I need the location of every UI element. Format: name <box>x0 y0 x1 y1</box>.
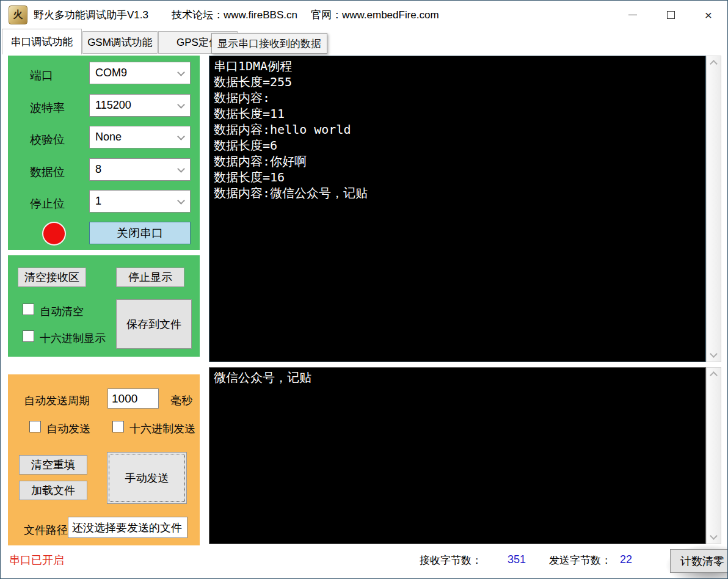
tab-strip: 串口调试功能 GSM调试功能 GPS定位 <box>1 29 727 54</box>
receive-scrollbar[interactable] <box>706 56 721 362</box>
chevron-down-icon <box>177 68 185 76</box>
tab-gsm-debug[interactable]: GSM调试功能 <box>82 31 158 54</box>
close-button[interactable]: × <box>690 1 727 29</box>
receive-controls-panel: 清空接收区 停止显示 自动清空 十六进制显示 保存到文件 <box>8 255 200 357</box>
stop-display-button[interactable]: 停止显示 <box>116 268 184 287</box>
parity-label: 校验位 <box>30 132 65 148</box>
app-window: 火 野火多功能调试助手V1.3 技术论坛：www.fireBBS.cn 官网：w… <box>0 0 728 579</box>
baudrate-label: 波特率 <box>30 100 65 116</box>
file-path-label: 文件路径 <box>24 523 68 537</box>
send-textarea[interactable]: 微信公众号，记贴 <box>209 367 706 544</box>
close-icon: × <box>705 9 712 21</box>
minimize-icon <box>628 15 637 15</box>
auto-send-checkbox[interactable] <box>29 421 41 432</box>
hex-display-label: 十六进制显示 <box>40 331 106 346</box>
scroll-down-icon[interactable] <box>710 532 718 540</box>
hex-display-checkbox[interactable] <box>23 330 34 342</box>
rx-bytes-count: 351 <box>508 553 526 566</box>
save-to-file-button[interactable]: 保存到文件 <box>116 299 192 349</box>
forum-link: 技术论坛：www.fireBBS.cn <box>172 8 297 22</box>
port-select[interactable]: COM9 <box>89 62 191 84</box>
tab-serial-debug[interactable]: 串口调试功能 <box>2 29 82 54</box>
parity-select[interactable]: None <box>89 126 191 148</box>
clear-refill-button[interactable]: 清空重填 <box>19 455 87 475</box>
window-title: 野火多功能调试助手V1.3 <box>34 8 148 22</box>
load-file-button[interactable]: 加载文件 <box>19 481 87 500</box>
databits-select[interactable]: 8 <box>89 158 191 181</box>
port-open-led-icon <box>42 222 66 246</box>
hex-send-label: 十六进制发送 <box>129 421 195 436</box>
port-status-text: 串口已开启 <box>9 553 64 567</box>
stopbits-label: 停止位 <box>30 196 65 212</box>
period-unit-label: 毫秒 <box>170 393 192 408</box>
tx-bytes-count: 22 <box>620 553 632 566</box>
maximize-icon <box>667 11 675 19</box>
window-controls: × <box>614 1 727 29</box>
auto-clear-label: 自动清空 <box>40 304 84 319</box>
rx-bytes-label: 接收字节数： <box>420 553 482 567</box>
tx-bytes-label: 发送字节数： <box>549 553 611 567</box>
scroll-up-icon[interactable] <box>710 371 718 379</box>
auto-send-label: 自动发送 <box>46 421 90 436</box>
stopbits-select[interactable]: 1 <box>89 190 191 213</box>
official-site-link: 官网：www.embedFire.com <box>311 8 439 22</box>
chevron-down-icon <box>177 101 185 109</box>
send-controls-panel: 自动发送周期 毫秒 自动发送 十六进制发送 清空重填 加载文件 手动发送 文件路… <box>8 374 200 545</box>
chevron-down-icon <box>177 165 185 173</box>
chevron-down-icon <box>177 197 185 205</box>
auto-send-period-label: 自动发送周期 <box>24 393 90 408</box>
manual-send-button[interactable]: 手动发送 <box>107 452 187 504</box>
chevron-down-icon <box>177 133 185 140</box>
send-scrollbar[interactable] <box>706 367 721 544</box>
auto-clear-checkbox[interactable] <box>23 304 34 315</box>
clear-counts-button[interactable]: 计数清零 <box>670 549 728 573</box>
scroll-up-icon[interactable] <box>710 60 718 68</box>
hex-send-checkbox[interactable] <box>112 421 124 432</box>
port-label: 端口 <box>30 68 53 84</box>
app-logo-icon: 火 <box>9 5 27 24</box>
receive-terminal[interactable]: 串口1DMA例程 数据长度=255 数据内容: 数据长度=11 数据内容:hel… <box>209 56 706 362</box>
auto-send-period-input[interactable] <box>107 388 159 409</box>
serial-settings-panel: 端口 COM9 波特率 115200 校验位 None 数据位 8 停止位 1 … <box>8 56 200 250</box>
minimize-button[interactable] <box>614 1 652 29</box>
scroll-down-icon[interactable] <box>710 350 718 358</box>
tooltip-receive-data: 显示串口接收到的数据 <box>211 33 327 54</box>
maximize-button[interactable] <box>652 1 690 29</box>
clear-receive-button[interactable]: 清空接收区 <box>18 268 86 287</box>
baudrate-select[interactable]: 115200 <box>89 94 191 117</box>
databits-label: 数据位 <box>30 164 65 180</box>
file-path-input[interactable] <box>68 517 187 538</box>
close-serial-button[interactable]: 关闭串口 <box>89 222 191 244</box>
title-bar: 火 野火多功能调试助手V1.3 技术论坛：www.fireBBS.cn 官网：w… <box>1 1 727 29</box>
